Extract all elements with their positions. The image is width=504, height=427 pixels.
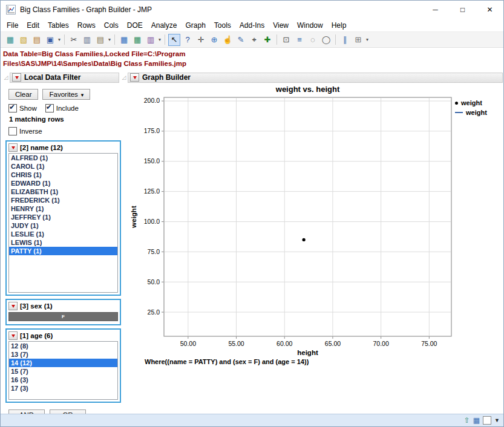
age-filter-item[interactable]: 13 (7): [9, 350, 117, 359]
globe-tool-icon[interactable]: ⊕: [208, 34, 220, 46]
svg-text:60.00: 60.00: [277, 340, 292, 347]
arrow-tool-icon[interactable]: ↖: [168, 34, 180, 46]
menu-tables[interactable]: Tables: [44, 19, 73, 31]
name-filter-item[interactable]: LEWIS (1): [9, 238, 117, 247]
status-up-icon[interactable]: ⇧: [464, 417, 470, 424]
open-icon[interactable]: ▧: [18, 34, 30, 46]
collapse-triangle-icon[interactable]: [2, 74, 10, 80]
graph-builder-title: Graph Builder: [142, 73, 191, 82]
include-checkbox[interactable]: [45, 104, 54, 112]
toolbar-dropdown-icon[interactable]: ▾: [108, 37, 111, 42]
name-filter-item[interactable]: ELIZABETH (1): [9, 187, 117, 196]
age-filter-item[interactable]: 12 (8): [9, 342, 117, 350]
svg-text:50.00: 50.00: [180, 340, 196, 347]
lasso-tool-icon[interactable]: ◌: [307, 34, 319, 46]
menu-help[interactable]: Help: [327, 19, 351, 31]
paste-icon[interactable]: ▤: [94, 34, 106, 46]
legend-point-marker-icon: [455, 102, 458, 105]
column-switcher-icon[interactable]: ∥: [339, 34, 351, 46]
grid-tool-icon[interactable]: ⊞: [352, 34, 364, 46]
legend-entry[interactable]: weight: [455, 98, 487, 108]
age-filter-item[interactable]: 16 (3): [9, 376, 117, 384]
graph-outline-header: Graph Builder: [120, 72, 503, 83]
menu-analyze[interactable]: Analyze: [147, 19, 182, 31]
name-filter-group: [2] name (12) ALFRED (1)CAROL (1)CHRIS (…: [5, 140, 121, 296]
toolbar-dropdown-icon[interactable]: ▾: [58, 37, 61, 42]
legend-entry[interactable]: weight: [455, 108, 487, 117]
name-filter-item[interactable]: LESLIE (1): [9, 230, 117, 238]
name-filter-header: [2] name (12): [8, 143, 119, 152]
menu-graph[interactable]: Graph: [181, 19, 209, 31]
menu-file[interactable]: File: [2, 19, 22, 31]
name-filter-item[interactable]: JEFFREY (1): [9, 213, 117, 221]
summary-table-icon[interactable]: ▦: [131, 34, 143, 46]
age-filter-group: [1] age (6) 12 (8)13 (7)14 (12)15 (7)16 …: [5, 328, 121, 403]
svg-text:100.0: 100.0: [144, 218, 160, 225]
data-table-tool-icon[interactable]: ▦: [118, 34, 130, 46]
help-tool-icon[interactable]: ?: [182, 34, 194, 46]
name-filter-item[interactable]: ALFRED (1): [9, 154, 117, 162]
minimize-button[interactable]: ─: [422, 1, 449, 19]
name-filter-item[interactable]: EDWARD (1): [9, 179, 117, 187]
jmp-window: Big Class Families - Graph Builder - JMP…: [0, 0, 504, 427]
new-journal-icon[interactable]: ▤: [31, 34, 43, 46]
red-triangle-menu[interactable]: [12, 73, 21, 82]
close-button[interactable]: ✕: [476, 1, 503, 19]
cut-icon[interactable]: ✂: [68, 34, 80, 46]
name-filter-list: ALFRED (1)CAROL (1)CHRIS (1)EDWARD (1)EL…: [8, 153, 118, 293]
name-filter-title: [2] name (12): [20, 144, 63, 151]
title-bar: Big Class Families - Graph Builder - JMP…: [1, 1, 503, 19]
menu-doe[interactable]: DOE: [123, 19, 147, 31]
age-filter-item[interactable]: 15 (7): [9, 367, 117, 376]
menu-rows[interactable]: Rows: [73, 19, 100, 31]
maximize-button[interactable]: □: [449, 1, 476, 19]
status-grid-icon[interactable]: ▦: [473, 417, 480, 424]
magnifier-tool-icon[interactable]: ⌖: [248, 34, 260, 46]
sex-filter-bar[interactable]: F: [8, 312, 118, 321]
collapse-triangle-icon[interactable]: [120, 74, 128, 80]
name-filter-item[interactable]: FREDERICK (1): [9, 196, 117, 204]
brush-tool-icon[interactable]: ✎: [235, 34, 247, 46]
menu-tools[interactable]: Tools: [210, 19, 235, 31]
red-triangle-menu[interactable]: [130, 73, 139, 82]
save-icon[interactable]: ▣: [44, 34, 56, 46]
menu-view[interactable]: View: [269, 19, 293, 31]
name-filter-item[interactable]: CHRIS (1): [9, 171, 117, 179]
copy-icon[interactable]: ▥: [81, 34, 93, 46]
age-filter-item[interactable]: 17 (3): [9, 384, 117, 393]
subset-table-icon[interactable]: ▥: [145, 34, 157, 46]
status-dropdown-icon[interactable]: ▼: [494, 417, 500, 423]
inverse-checkbox[interactable]: [8, 127, 17, 135]
text-annotate-icon[interactable]: ⊡: [280, 34, 292, 46]
name-filter-item[interactable]: PATTY (1): [9, 247, 117, 255]
status-checkbox[interactable]: [483, 416, 491, 425]
line-annotate-icon[interactable]: ≡: [293, 34, 306, 46]
menu-add-ins[interactable]: Add-Ins: [235, 19, 269, 31]
clear-button[interactable]: Clear: [8, 89, 38, 100]
red-triangle-icon: [11, 305, 15, 308]
red-triangle-menu[interactable]: [8, 302, 18, 310]
legend-line-marker-icon: [455, 112, 463, 113]
show-label: Show: [19, 105, 37, 112]
toolbar-dropdown-icon[interactable]: ▾: [159, 37, 161, 42]
red-triangle-menu[interactable]: [8, 331, 18, 340]
menu-edit[interactable]: Edit: [22, 19, 44, 31]
svg-text:175.0: 175.0: [144, 127, 160, 134]
red-triangle-menu[interactable]: [8, 143, 18, 152]
legend-label: weight: [461, 99, 482, 106]
annotate-plus-icon[interactable]: ✚: [261, 34, 273, 46]
new-data-table-icon[interactable]: ▦: [4, 34, 16, 46]
age-filter-item[interactable]: 14 (12): [9, 359, 117, 367]
oval-tool-icon[interactable]: ◯: [320, 34, 332, 46]
toolbar-dropdown-icon[interactable]: ▾: [366, 37, 368, 42]
menu-cols[interactable]: Cols: [100, 19, 123, 31]
name-filter-item[interactable]: CAROL (1): [9, 162, 117, 171]
grabber-tool-icon[interactable]: ☝: [221, 34, 234, 46]
name-filter-item[interactable]: HENRY (1): [9, 204, 117, 213]
name-filter-item[interactable]: JUDY (1): [9, 221, 117, 230]
favorites-button[interactable]: Favorites: [42, 89, 90, 100]
plot-svg[interactable]: 50.0055.0060.0065.0070.0075.0025.050.075…: [128, 94, 457, 360]
crosshair-tool-icon[interactable]: ✛: [195, 34, 207, 46]
show-checkbox[interactable]: [8, 104, 17, 112]
menu-window[interactable]: Window: [293, 19, 327, 31]
